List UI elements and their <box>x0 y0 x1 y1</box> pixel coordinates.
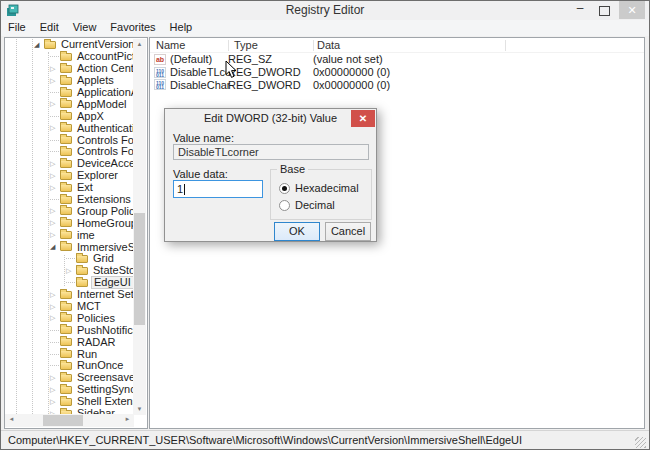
tree-item-ext[interactable]: ▷Ext <box>5 182 134 194</box>
tree-item-label: Internet Settings <box>75 289 134 300</box>
folder-icon <box>60 386 72 394</box>
folder-icon <box>60 243 72 251</box>
tree-item-controls-folder[interactable]: Controls Folder <box>5 134 134 146</box>
tree-item-pushnotifications[interactable]: PushNotifications <box>5 324 134 336</box>
value-name: DisableTLcorner <box>170 66 230 78</box>
tree-item-label: Action Center <box>75 63 134 74</box>
maximize-button[interactable] <box>593 1 615 19</box>
scrollbar-thumb[interactable] <box>43 415 83 426</box>
tree-item-explorer[interactable]: ▷Explorer <box>5 170 134 182</box>
tree-item-applicationassociatic[interactable]: ApplicationAssociatic <box>5 87 134 99</box>
folder-icon <box>60 350 72 358</box>
column-separator[interactable] <box>505 40 506 51</box>
folder-icon <box>60 124 72 132</box>
cancel-button[interactable]: Cancel <box>325 222 371 241</box>
minimize-button[interactable]: – <box>569 1 591 19</box>
tree-item-action-center[interactable]: ▷Action Center <box>5 63 134 75</box>
tree-connector-line <box>50 56 59 57</box>
tree-item-mct[interactable]: ▷MCT <box>5 301 134 313</box>
column-header-data[interactable]: Data <box>317 39 340 51</box>
tree-item-radar[interactable]: RADAR <box>5 336 134 348</box>
collapse-icon[interactable]: ◢ <box>34 41 44 49</box>
tree-item-statestore[interactable]: ▷StateStore <box>5 265 134 277</box>
expand-icon[interactable]: ▷ <box>50 160 60 168</box>
tree-item-applets[interactable]: ▷Applets <box>5 75 134 87</box>
expand-icon[interactable]: ▷ <box>50 184 60 192</box>
expand-icon[interactable]: ▷ <box>50 314 60 322</box>
tree-item-immersiveshell[interactable]: ◢ImmersiveShell <box>5 241 134 253</box>
radio-decimal-label: Decimal <box>295 199 335 211</box>
expand-icon[interactable]: ▷ <box>50 124 60 132</box>
expand-icon[interactable]: ▷ <box>50 291 60 299</box>
tree-item-screensavers[interactable]: ▷Screensavers <box>5 372 134 384</box>
menu-item-favorites[interactable]: Favorites <box>103 20 162 34</box>
tree-item-grid[interactable]: Grid <box>5 253 134 265</box>
tree-item-policies[interactable]: ▷Policies <box>5 312 134 324</box>
tree-horizontal-scrollbar[interactable]: ◄ ► <box>5 414 134 427</box>
expand-icon[interactable]: ▷ <box>50 386 60 394</box>
expand-icon[interactable]: ▷ <box>50 207 60 215</box>
registry-tree-panel: ◢CurrentVersionAccountPicture▷Action Cen… <box>4 37 148 429</box>
scroll-left-icon[interactable]: ◄ <box>5 414 18 425</box>
tree-vertical-scrollbar[interactable]: ▲ ▼ <box>133 39 146 415</box>
expand-icon[interactable]: ▷ <box>50 65 60 73</box>
registry-value-row[interactable]: 110011DisableCharms...REG_DWORD0x0000000… <box>150 79 644 92</box>
expand-icon[interactable]: ▷ <box>50 219 60 227</box>
tree-item-homegroup[interactable]: ▷HomeGroup <box>5 217 134 229</box>
tree-item-deviceaccess[interactable]: ▷DeviceAccess <box>5 158 134 170</box>
scroll-down-icon[interactable]: ▼ <box>133 404 146 415</box>
expand-icon[interactable]: ▷ <box>50 100 60 108</box>
folder-icon <box>60 112 72 120</box>
tree-item-runonce[interactable]: RunOnce <box>5 360 134 372</box>
folder-icon <box>44 41 56 49</box>
window-title: Registry Editor <box>1 3 649 17</box>
radio-decimal[interactable]: Decimal <box>279 199 335 211</box>
title-bar: Registry Editor – ✕ <box>1 1 649 20</box>
menu-item-view[interactable]: View <box>66 20 104 34</box>
value-name: (Default) <box>170 53 230 65</box>
collapse-icon[interactable]: ◢ <box>50 243 60 251</box>
tree-item-run[interactable]: Run <box>5 348 134 360</box>
expand-icon[interactable]: ▷ <box>50 172 60 180</box>
close-button[interactable]: ✕ <box>619 1 645 19</box>
tree-connector-line <box>50 330 59 331</box>
dialog-close-button[interactable]: ✕ <box>351 110 375 127</box>
value-data-input[interactable]: 1 <box>173 180 263 198</box>
expand-icon[interactable]: ▷ <box>50 77 60 85</box>
tree-item-controls-folder-wow[interactable]: Controls Folder (Wow <box>5 146 134 158</box>
expand-icon[interactable]: ▷ <box>50 374 60 382</box>
column-header-type[interactable]: Type <box>234 39 258 51</box>
tree-item-currentversion[interactable]: ◢CurrentVersion <box>5 39 134 51</box>
column-header-name[interactable]: Name <box>156 39 185 51</box>
tree-item-edgeui[interactable]: EdgeUI <box>5 277 134 289</box>
column-separator[interactable] <box>228 40 229 51</box>
tree-item-ime[interactable]: ▷ime <box>5 229 134 241</box>
menu-item-help[interactable]: Help <box>163 20 200 34</box>
expand-icon[interactable]: ▷ <box>50 398 60 406</box>
tree-item-accountpicture[interactable]: AccountPicture <box>5 51 134 63</box>
menu-item-file[interactable]: File <box>1 20 33 34</box>
tree-item-group-policy[interactable]: ▷Group Policy <box>5 205 134 217</box>
tree-item-extensions[interactable]: Extensions <box>5 194 134 206</box>
expand-icon[interactable]: ▷ <box>66 267 76 275</box>
tree-item-appx[interactable]: AppX <box>5 110 134 122</box>
tree-item-authentication[interactable]: ▷Authentication <box>5 122 134 134</box>
tree-item-internet-settings[interactable]: ▷Internet Settings <box>5 289 134 301</box>
folder-icon <box>60 398 72 406</box>
expand-icon[interactable]: ▷ <box>50 231 60 239</box>
menu-item-edit[interactable]: Edit <box>33 20 66 34</box>
scrollbar-thumb[interactable] <box>134 213 145 325</box>
scroll-up-icon[interactable]: ▲ <box>133 39 146 50</box>
tree-item-shell-extensions[interactable]: ▷Shell Extensions <box>5 396 134 408</box>
tree-item-settingsync[interactable]: ▷SettingSync <box>5 384 134 396</box>
tree-item-label: HomeGroup <box>75 218 134 229</box>
tree-item-appmodel[interactable]: ▷AppModel <box>5 98 134 110</box>
scroll-right-icon[interactable]: ► <box>121 414 134 425</box>
tree-item-label: Controls Folder <box>75 135 134 146</box>
column-separator[interactable] <box>313 40 314 51</box>
resize-grip-icon[interactable] <box>635 437 646 448</box>
expand-icon[interactable]: ▷ <box>50 303 60 311</box>
ok-button[interactable]: OK <box>274 222 320 241</box>
edit-dword-dialog: Edit DWORD (32-bit) Value ✕ Value name: … <box>164 108 377 242</box>
radio-hexadecimal[interactable]: Hexadecimal <box>279 182 359 194</box>
